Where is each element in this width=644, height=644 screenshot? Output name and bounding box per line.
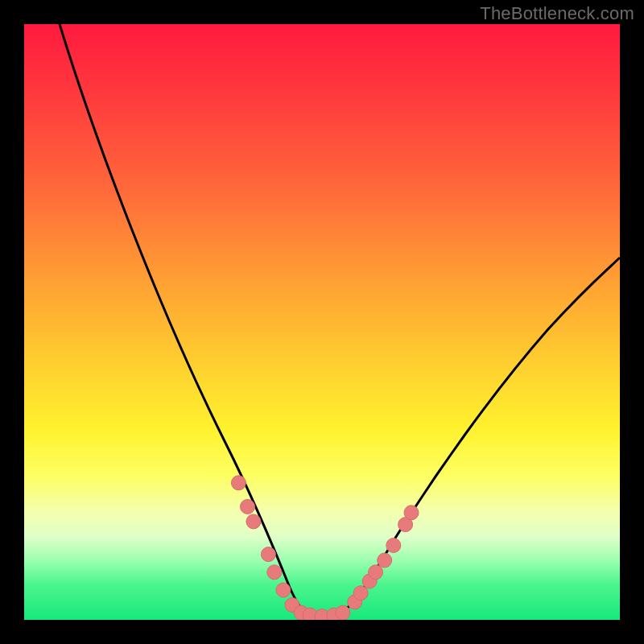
data-marker <box>231 476 246 490</box>
data-marker <box>267 565 282 580</box>
bottleneck-curve-svg <box>24 24 620 620</box>
data-marker <box>241 499 255 514</box>
marker-group <box>231 476 419 620</box>
data-marker <box>246 514 261 529</box>
curve-group <box>60 24 620 615</box>
left-curve <box>60 24 306 613</box>
data-marker <box>369 565 383 580</box>
data-marker <box>378 553 392 568</box>
plot-area <box>24 24 620 620</box>
data-marker <box>276 583 291 597</box>
data-marker <box>386 539 401 553</box>
data-marker <box>336 605 350 620</box>
data-marker <box>261 547 275 562</box>
data-marker <box>404 506 419 520</box>
data-marker <box>353 586 368 601</box>
chart-frame: TheBottleneck.com <box>0 0 644 644</box>
watermark-text: TheBottleneck.com <box>480 3 634 24</box>
